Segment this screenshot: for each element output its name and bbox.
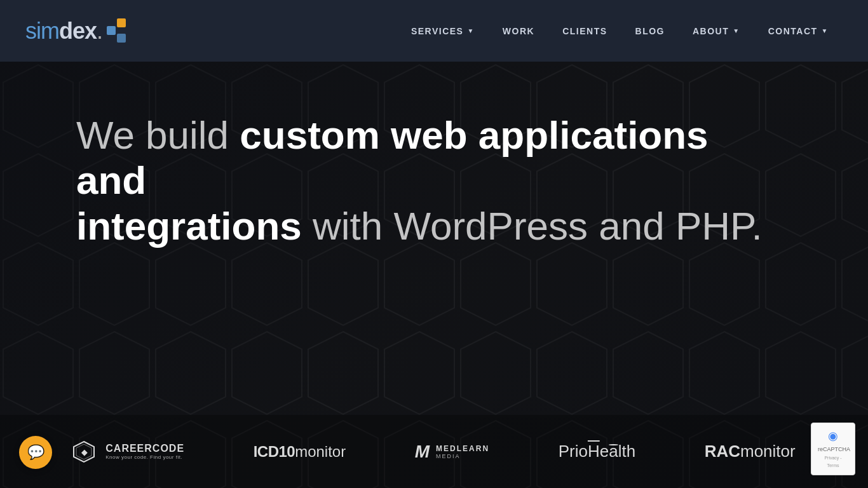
nav-link-clients[interactable]: CLIENTS	[548, 0, 621, 62]
nav-item-contact: CONTACT ▼	[754, 0, 843, 62]
client-logo-careercode[interactable]: ◆ CAREERCODE Know your code. Find your f…	[72, 440, 184, 463]
chat-icon: 💬	[27, 444, 44, 461]
rac-monitor-text: monitor	[740, 442, 796, 461]
medlearn-media-label: MEDIA	[436, 453, 489, 459]
nav-item-clients: CLIENTS	[548, 0, 621, 62]
hero-text-part1: We build	[76, 113, 240, 157]
medlearn-m-letter: M	[415, 442, 430, 462]
recaptcha-separator: -	[840, 456, 841, 460]
medlearn-text-group: MEDLEARN MEDIA	[436, 444, 489, 459]
recaptcha-privacy-link[interactable]: Privacy	[824, 456, 839, 460]
svg-rect-0	[107, 26, 116, 35]
nav-link-blog[interactable]: BLOG	[621, 0, 679, 62]
nav-label-contact: CONTACT	[768, 26, 818, 36]
clients-strip: ◆ CAREERCODE Know your code. Find your f…	[0, 415, 868, 488]
nav-label-clients: CLIENTS	[562, 26, 607, 36]
icd10-monitor-text: monitor	[295, 443, 346, 461]
nav-label-work: WORK	[503, 26, 534, 36]
logo[interactable]: simdex.	[25, 17, 133, 45]
client-logo-priohealth[interactable]: PrioHealth	[559, 442, 635, 461]
medlearn-name: MEDLEARN	[436, 444, 489, 453]
logo-text-sim: sim	[25, 18, 59, 44]
chevron-down-icon: ▼	[467, 27, 474, 34]
logo-text-dex: dex	[59, 18, 97, 44]
nav-label-blog: BLOG	[635, 26, 665, 36]
recaptcha-badge: ◉ reCAPTCHA Privacy - Terms	[811, 423, 855, 475]
nav-menu: SERVICES ▼ WORK CLIENTS BLOG ABOUT ▼	[397, 0, 843, 62]
recaptcha-links: Privacy - Terms	[824, 456, 841, 468]
svg-rect-1	[117, 18, 126, 27]
careercode-icon: ◆	[72, 440, 95, 463]
rac-prefix: RAC	[705, 442, 740, 461]
client-logo-icd10[interactable]: ICD10monitor	[254, 443, 346, 461]
careercode-tagline: Know your code. Find your fit.	[105, 454, 184, 460]
nav-item-blog: BLOG	[621, 0, 679, 62]
logo-dot: .	[97, 18, 103, 44]
client-logo-racmonitor[interactable]: RACmonitor	[705, 442, 796, 461]
recaptcha-label: reCAPTCHA	[818, 446, 850, 452]
client-logo-medlearn[interactable]: M MEDLEARN MEDIA	[415, 442, 489, 462]
careercode-text-group: CAREERCODE Know your code. Find your fit…	[105, 443, 184, 460]
nav-label-services: SERVICES	[411, 26, 464, 36]
chat-button[interactable]: 💬	[19, 436, 52, 469]
hero-headline: We build custom web applications andinte…	[76, 112, 775, 248]
svg-rect-2	[117, 34, 126, 43]
nav-link-work[interactable]: WORK	[489, 0, 548, 62]
nav-item-work: WORK	[489, 0, 548, 62]
hero-content: We build custom web applications andinte…	[0, 62, 868, 325]
navbar: simdex. SERVICES ▼ WORK CLIENTS B	[0, 0, 868, 62]
svg-text:◆: ◆	[81, 448, 88, 457]
nav-label-about: ABOUT	[693, 26, 729, 36]
logo-cube-icon	[105, 17, 133, 45]
hero-section: We build custom web applications andinte…	[0, 62, 868, 488]
priohealth-text: PrioHealth	[559, 442, 635, 461]
recaptcha-icon: ◉	[818, 428, 848, 444]
nav-item-services: SERVICES ▼	[397, 0, 489, 62]
hero-text-part2: with WordPress and PHP.	[302, 204, 763, 248]
chevron-down-icon-contact: ▼	[822, 27, 829, 34]
nav-link-about[interactable]: ABOUT ▼	[679, 0, 754, 62]
nav-link-contact[interactable]: CONTACT ▼	[754, 0, 843, 62]
chevron-down-icon-about: ▼	[733, 27, 740, 34]
nav-item-about: ABOUT ▼	[679, 0, 754, 62]
recaptcha-terms-link[interactable]: Terms	[827, 463, 839, 468]
nav-link-services[interactable]: SERVICES ▼	[397, 0, 489, 62]
icd10-prefix: ICD10	[254, 443, 295, 461]
careercode-name: CAREERCODE	[105, 443, 184, 454]
